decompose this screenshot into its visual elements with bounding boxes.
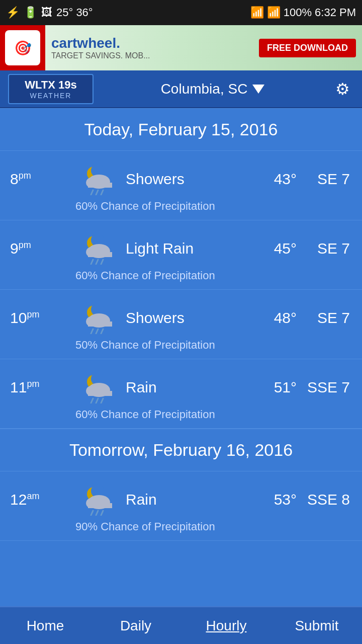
- svg-line-35: [101, 398, 103, 403]
- battery-icon: 🔋: [24, 6, 37, 19]
- logo-line2: WEATHER: [30, 92, 72, 100]
- row-condition: Showers: [121, 171, 246, 188]
- app-header: WLTX 19s WEATHER Columbia, SC ⚙: [0, 70, 362, 108]
- svg-line-15: [91, 260, 93, 264]
- row-ampm: pm: [27, 379, 39, 389]
- row-temp: 43°: [246, 171, 297, 188]
- svg-line-8: [101, 190, 103, 195]
- svg-line-42: [91, 511, 93, 515]
- tomorrow-rows: 12am Rain 53° SSE 8 90% Chance of Precip…: [0, 471, 362, 541]
- row-temp: 45°: [246, 240, 297, 257]
- row-time: 9pm: [10, 240, 75, 257]
- row-ampm: pm: [19, 240, 31, 250]
- row-condition: Rain: [121, 379, 246, 396]
- row-wind: SE 7: [297, 171, 352, 188]
- weather-icon: [75, 229, 121, 267]
- gear-icon: ⚙: [335, 79, 350, 99]
- ad-brand: cartwheel.: [51, 35, 253, 51]
- header-logo: WLTX 19s WEATHER: [8, 74, 94, 104]
- battery-pct: 100%: [284, 6, 312, 19]
- svg-rect-23: [88, 321, 112, 327]
- wifi-icon: 📶: [250, 6, 264, 19]
- row-condition: Light Rain: [121, 240, 246, 257]
- row-wind: SSE 7: [297, 379, 352, 396]
- svg-line-34: [96, 398, 98, 403]
- svg-rect-32: [88, 391, 112, 396]
- row-condition: Rain: [121, 491, 246, 508]
- row-temp: 51°: [246, 379, 297, 396]
- today-header: Today, February 15, 2016: [0, 108, 362, 151]
- tomorrow-label: Tomorrow, February 16, 2016: [69, 440, 293, 459]
- settings-button[interactable]: ⚙: [332, 78, 354, 100]
- weather-row: 11pm Rain 51° SSE 7 60% Chance of Precip…: [0, 359, 362, 429]
- svg-line-44: [101, 511, 103, 515]
- weather-row: 10pm Showers 48° SE 7 50% Chance of Prec…: [0, 290, 362, 359]
- row-condition: Showers: [121, 309, 246, 327]
- row-time: 11pm: [10, 379, 75, 396]
- row-time: 8pm: [10, 171, 75, 188]
- ad-logo: 🎯: [0, 25, 45, 70]
- row-temp: 48°: [246, 309, 297, 327]
- status-right: 📶 📶 100% 6:32 PM: [250, 6, 356, 19]
- weather-row: 12am Rain 53° SSE 8 90% Chance of Precip…: [0, 471, 362, 541]
- weather-row: 9pm Light Rain 45° SE 7 60% Chance of Pr…: [0, 220, 362, 290]
- row-ampm: pm: [19, 171, 31, 181]
- svg-line-17: [101, 260, 103, 264]
- usb-icon: ⚡: [6, 6, 20, 19]
- row-temp: 53°: [246, 491, 297, 508]
- weather-icon: [75, 480, 121, 518]
- row-time: 10pm: [10, 309, 75, 327]
- row-precip: 60% Chance of Precipitation: [10, 267, 352, 284]
- ad-text-area: cartwheel. TARGET SAVINGS. MOB...: [45, 31, 259, 64]
- row-ampm: am: [27, 491, 39, 501]
- row-precip: 60% Chance of Precipitation: [10, 406, 352, 423]
- row-wind: SSE 8: [297, 491, 352, 508]
- image-icon: 🖼: [41, 6, 52, 19]
- location-dropdown-icon: [252, 85, 264, 94]
- svg-line-24: [91, 329, 93, 334]
- main-content: Today, February 15, 2016 8pm Showers 43°: [0, 108, 362, 581]
- location-display[interactable]: Columbia, SC: [161, 81, 265, 97]
- svg-rect-41: [88, 503, 112, 508]
- svg-rect-5: [88, 183, 112, 188]
- nav-daily[interactable]: Daily: [90, 613, 181, 639]
- ad-logo-inner: 🎯: [5, 30, 40, 65]
- nav-hourly[interactable]: Hourly: [181, 613, 272, 639]
- row-time: 12am: [10, 491, 75, 508]
- svg-rect-14: [88, 252, 112, 257]
- weather-row: 8pm Showers 43° SE 7 60% Chance of Preci…: [0, 151, 362, 220]
- svg-line-16: [96, 260, 98, 264]
- ad-banner[interactable]: 🎯 cartwheel. TARGET SAVINGS. MOB... FREE…: [0, 25, 362, 70]
- today-rows: 8pm Showers 43° SE 7 60% Chance of Preci…: [0, 151, 362, 429]
- ad-cta[interactable]: FREE DOWNLOAD: [259, 39, 356, 57]
- row-ampm: pm: [27, 309, 39, 319]
- svg-line-25: [96, 329, 98, 334]
- row-wind: SE 7: [297, 309, 352, 327]
- time-display: 6:32 PM: [315, 6, 356, 19]
- row-precip: 60% Chance of Precipitation: [10, 198, 352, 215]
- weather-icon: [75, 299, 121, 337]
- logo-line1: WLTX 19s: [25, 78, 77, 92]
- nav-home[interactable]: Home: [0, 613, 90, 639]
- weather-icon: [75, 368, 121, 406]
- weather-icon: [75, 160, 121, 198]
- svg-line-26: [101, 329, 103, 334]
- status-bar: ⚡ 🔋 🖼 25° 36° 📶 📶 100% 6:32 PM: [0, 0, 362, 25]
- svg-line-33: [91, 398, 93, 403]
- row-precip: 90% Chance of Precipitation: [10, 518, 352, 535]
- row-precip: 50% Chance of Precipitation: [10, 337, 352, 354]
- svg-line-43: [96, 511, 98, 515]
- ad-sub: TARGET SAVINGS. MOB...: [51, 51, 253, 60]
- svg-line-7: [96, 190, 98, 195]
- today-label: Today, February 15, 2016: [84, 120, 278, 139]
- status-left: ⚡ 🔋 🖼 25° 36°: [6, 6, 93, 19]
- nav-submit[interactable]: Submit: [272, 613, 362, 639]
- signal-icon: 📶: [267, 6, 281, 19]
- svg-line-6: [91, 190, 93, 195]
- tomorrow-header: Tomorrow, February 16, 2016: [0, 429, 362, 471]
- location-text: Columbia, SC: [161, 81, 248, 97]
- bottom-nav: Home Daily Hourly Submit: [0, 606, 362, 644]
- weather-temp: 25° 36°: [56, 6, 93, 19]
- row-wind: SE 7: [297, 240, 352, 257]
